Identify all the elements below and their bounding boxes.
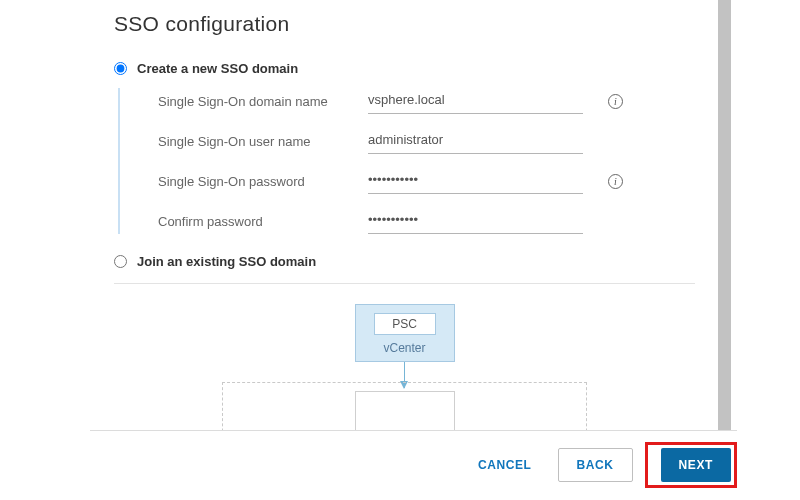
next-button-highlight: NEXT — [645, 442, 737, 488]
wizard-button-bar: CANCEL BACK NEXT — [460, 442, 737, 488]
input-confirm-password[interactable] — [368, 208, 583, 234]
create-sso-form: Single Sign-On domain name i Single Sign… — [118, 88, 695, 234]
input-domain-name[interactable] — [368, 88, 583, 114]
radio-create-sso[interactable] — [114, 62, 127, 75]
section-divider — [114, 283, 695, 284]
row-domain-name: Single Sign-On domain name i — [158, 88, 695, 114]
info-icon[interactable]: i — [608, 174, 623, 189]
vcenter-node-label: vCenter — [356, 341, 454, 355]
vertical-scrollbar[interactable] — [718, 0, 731, 430]
radio-join-sso[interactable] — [114, 255, 127, 268]
deployment-placeholder — [222, 382, 587, 430]
input-password[interactable] — [368, 168, 583, 194]
label-domain-name: Single Sign-On domain name — [158, 94, 368, 109]
input-user-name[interactable] — [368, 128, 583, 154]
option-join-label: Join an existing SSO domain — [137, 254, 316, 269]
label-password: Single Sign-On password — [158, 174, 368, 189]
info-icon[interactable]: i — [608, 94, 623, 109]
label-user-name: Single Sign-On user name — [158, 134, 368, 149]
option-create-sso[interactable]: Create a new SSO domain — [114, 61, 695, 76]
row-confirm-password: Confirm password — [158, 208, 695, 234]
option-join-sso[interactable]: Join an existing SSO domain — [114, 254, 695, 269]
new-node-placeholder — [355, 391, 455, 430]
vcenter-node: PSC vCenter — [355, 304, 455, 362]
option-create-label: Create a new SSO domain — [137, 61, 298, 76]
config-panel: SSO configuration Create a new SSO domai… — [104, 0, 705, 430]
cancel-button[interactable]: CANCEL — [460, 448, 550, 482]
page-title: SSO configuration — [114, 12, 695, 36]
next-button[interactable]: NEXT — [661, 448, 731, 482]
back-button[interactable]: BACK — [558, 448, 633, 482]
label-confirm-password: Confirm password — [158, 214, 368, 229]
row-password: Single Sign-On password i — [158, 168, 695, 194]
footer-divider — [90, 430, 737, 431]
topology-diagram: PSC vCenter — [114, 304, 695, 430]
psc-node-label: PSC — [374, 313, 436, 335]
row-user-name: Single Sign-On user name — [158, 128, 695, 154]
